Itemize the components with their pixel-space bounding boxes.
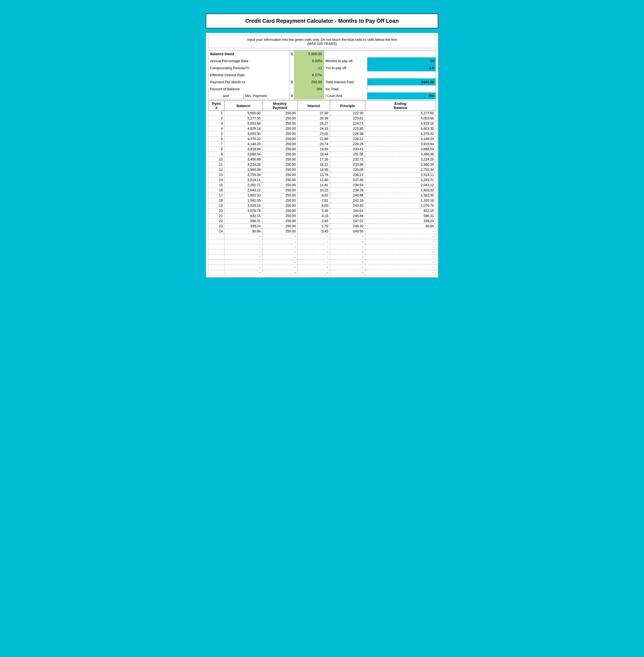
col-payment: MonthlyPayment <box>262 101 298 111</box>
table-row: 25,277.50250.0026.39223.615,053.89 <box>208 116 436 121</box>
table-row: 23339.24250.001.70248.3090.94 <box>208 224 436 229</box>
apr-row: Annual Percentage Rate 6.00% Months to p… <box>208 57 436 64</box>
table-row: 22586.31250.002.93247.07339.24 <box>208 219 436 224</box>
loan-amt-value: 6% <box>367 92 436 99</box>
payment-label: Payment Per Month or <box>208 78 289 86</box>
table-row: ----- <box>208 250 436 255</box>
percent-row: Percent of Balance 0% Int. Paid <box>208 86 436 92</box>
months-label: Months to pay off <box>324 57 367 64</box>
balance-owed-row: Balance Owed $ 5,500.00 <box>208 50 436 57</box>
percent-value[interactable]: 0% <box>294 86 324 92</box>
pct-dollar-spacer <box>289 86 294 92</box>
total-interest-value: $341.39 <box>367 78 436 86</box>
table-row: 181,562.35250.007.81242.191,320.16 <box>208 198 436 203</box>
table-row: 15,500.00250.0027.50222.505,277.50 <box>208 111 436 116</box>
table-header-row: Pymt# Balance MonthlyPayment Interest Pr… <box>208 101 436 111</box>
yrs-label: Yrs to pay off <box>324 64 367 71</box>
table-row: 64,376.32250.0021.88228.124,148.20 <box>208 137 436 142</box>
compounding-label: Compounding Periods/Yr <box>208 64 289 71</box>
percent-label: Percent of Balance <box>208 86 289 92</box>
table-row: 113,224.26250.0016.12233.882,990.39 <box>208 162 436 167</box>
table-row: 191,320.16250.006.60243.401,076.76 <box>208 203 436 208</box>
amortization-table: Pymt# Balance MonthlyPayment Interest Pr… <box>208 100 436 275</box>
total-interest-label: Total Interest Paid <box>324 78 367 86</box>
balance-owed-label: Balance Owed <box>208 50 289 57</box>
table-body: 15,500.00250.0027.50222.505,277.5025,277… <box>208 111 436 275</box>
payment-value[interactable]: 250.00 <box>294 78 324 86</box>
min-payment-label: Min. Payment <box>243 92 289 99</box>
col-pymt-num: Pymt# <box>208 101 225 111</box>
outer-container: Credit Card Repayment Calculator - Month… <box>200 8 444 283</box>
table-row: ----- <box>208 234 436 239</box>
comp-dollar-spacer <box>289 64 294 71</box>
table-row: 152,281.71250.0011.41238.592,043.12 <box>208 183 436 188</box>
table-row: 171,803.33250.009.02240.981,562.35 <box>208 193 436 198</box>
min-payment-dollar: $ <box>289 92 294 99</box>
table-row: 103,456.98250.0017.28232.723,224.26 <box>208 157 436 162</box>
effective-label: Effective Interest Rate <box>208 71 289 78</box>
compounding-value[interactable]: 12 <box>294 64 324 71</box>
apr-dollar-spacer <box>289 57 294 64</box>
payment-dollar: $ <box>289 78 294 86</box>
eff-spacer <box>324 71 436 78</box>
table-row: 54,603.30250.0023.02226.984,376.32 <box>208 131 436 137</box>
loan-amt-label: / Loan Amt <box>324 92 367 99</box>
instruction-line1: Input your information into the green ce… <box>211 38 433 42</box>
yrs-value: 2.0 <box>367 64 436 71</box>
instruction-box: Input your information into the green ce… <box>208 35 436 48</box>
col-ending: EndingBalance <box>365 101 436 111</box>
table-row: 122,990.39250.0014.95235.052,755.34 <box>208 167 436 172</box>
balance-spacer <box>324 50 436 57</box>
table-row: ----- <box>208 265 436 270</box>
table-row: ----- <box>208 244 436 250</box>
months-value: 24 <box>367 57 436 64</box>
effective-value: 6.17% <box>294 71 324 78</box>
balance-value[interactable]: 5,500.00 <box>294 50 324 57</box>
col-interest: Interest <box>298 101 330 111</box>
table-section: Pymt# Balance MonthlyPayment Interest Pr… <box>206 100 438 277</box>
apr-value[interactable]: 6.00% <box>294 57 324 64</box>
table-row: 162,043.12250.0010.22239.781,803.33 <box>208 188 436 193</box>
title-text: Credit Card Repayment Calculator - Month… <box>245 18 399 24</box>
table-row: ----- <box>208 239 436 244</box>
page-title: Credit Card Repayment Calculator - Month… <box>206 14 438 28</box>
table-row: ----- <box>208 260 436 265</box>
balance-dollar: $ <box>289 50 294 57</box>
and-label: and <box>208 92 243 99</box>
inputs-section: Balance Owed $ 5,500.00 Annual Percentag… <box>206 49 438 100</box>
table-row: 142,519.11250.0012.60237.402,281.71 <box>208 178 436 183</box>
table-row: 21832.15250.004.16245.84586.31 <box>208 213 436 219</box>
min-payment-row: and Min. Payment $ - / Loan Amt 6% <box>208 92 436 99</box>
payment-row: Payment Per Month or $ 250.00 Total Inte… <box>208 78 436 86</box>
eff-dollar-spacer <box>289 71 294 78</box>
main-area: Input your information into the green ce… <box>206 33 438 278</box>
col-balance: Balance <box>225 101 262 111</box>
table-row: 83,918.94250.0019.59230.413,688.54 <box>208 147 436 152</box>
table-row: 44,829.16250.0024.15225.854,603.30 <box>208 126 436 131</box>
table-row: 201,076.76250.005.38244.62832.15 <box>208 208 436 213</box>
table-row: 2490.94250.000.45249.55- <box>208 229 436 234</box>
instruction-line2: (MAX 100 YEARS) <box>211 42 433 46</box>
table-row: ----- <box>208 255 436 260</box>
int-paid-label: Int. Paid <box>324 86 367 92</box>
effective-rate-row: Effective Interest Rate 6.17% <box>208 71 436 78</box>
int-paid-spacer <box>367 86 436 92</box>
table-row: 132,755.34250.0013.78236.222,519.11 <box>208 172 436 178</box>
table-row: 35,053.89250.0025.27224.734,829.16 <box>208 121 436 126</box>
table-row: 93,688.54250.0018.44231.563,456.98 <box>208 152 436 157</box>
col-principle: Principle <box>330 101 365 111</box>
compounding-row: Compounding Periods/Yr 12 Yrs to pay off… <box>208 64 436 71</box>
apr-label: Annual Percentage Rate <box>208 57 289 64</box>
table-row: ----- <box>208 270 436 275</box>
table-row: 74,148.20250.0020.74229.263,918.94 <box>208 142 436 147</box>
min-payment-value[interactable]: - <box>294 92 324 99</box>
